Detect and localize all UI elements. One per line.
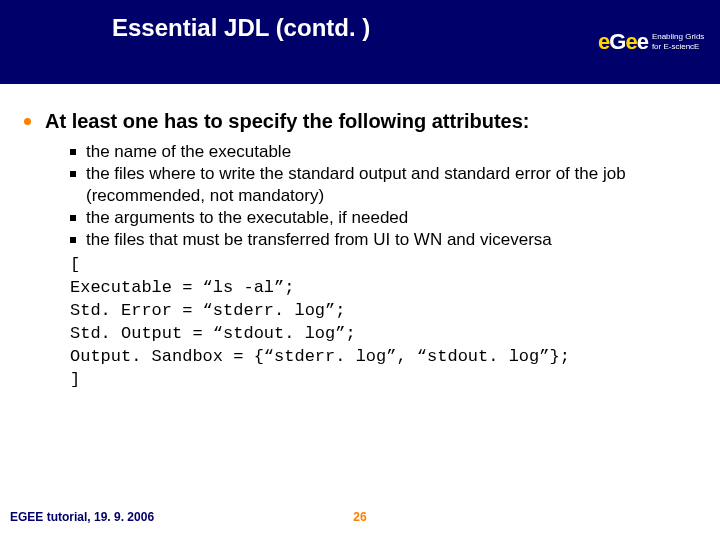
bullet-square-icon bbox=[70, 215, 76, 221]
bullet-square-icon bbox=[70, 171, 76, 177]
egee-logo: eGee Enabling Grids for E-sciencE bbox=[598, 4, 710, 80]
list-item: the name of the executable bbox=[70, 141, 696, 163]
list-item-text: the name of the executable bbox=[86, 141, 696, 163]
code-block: [ Executable = “ls -al”; Std. Error = “s… bbox=[70, 253, 696, 391]
list-item: the arguments to the executable, if need… bbox=[70, 207, 696, 229]
bullet-square-icon bbox=[70, 149, 76, 155]
footer-left-text: EGEE tutorial, 19. 9. 2006 bbox=[10, 510, 154, 524]
slide-footer: EGEE tutorial, 19. 9. 2006 26 bbox=[0, 510, 720, 524]
list-item-text: the arguments to the executable, if need… bbox=[86, 207, 696, 229]
slide-title: Essential JDL (contd. ) bbox=[112, 14, 370, 42]
code-line: [ bbox=[70, 253, 696, 276]
logo-tagline: Enabling Grids for E-sciencE bbox=[652, 32, 704, 52]
bullet-dot-icon bbox=[24, 118, 31, 125]
list-item: the files that must be transferred from … bbox=[70, 229, 696, 251]
main-bullet-text: At least one has to specify the followin… bbox=[45, 110, 530, 133]
slide-header: Essential JDL (contd. ) eGee Enabling Gr… bbox=[0, 0, 720, 84]
code-line: ] bbox=[70, 368, 696, 391]
page-number: 26 bbox=[353, 510, 366, 524]
bullet-square-icon bbox=[70, 237, 76, 243]
code-line: Std. Error = “stderr. log”; bbox=[70, 299, 696, 322]
list-item-text: the files that must be transferred from … bbox=[86, 229, 696, 251]
code-line: Std. Output = “stdout. log”; bbox=[70, 322, 696, 345]
slide-body: At least one has to specify the followin… bbox=[0, 84, 720, 391]
list-item: the files where to write the standard ou… bbox=[70, 163, 696, 207]
sub-bullet-list: the name of the executable the files whe… bbox=[70, 141, 696, 251]
logo-tagline-1: Enabling Grids bbox=[652, 32, 704, 42]
code-line: Executable = “ls -al”; bbox=[70, 276, 696, 299]
main-bullet: At least one has to specify the followin… bbox=[24, 110, 696, 133]
list-item-text: the files where to write the standard ou… bbox=[86, 163, 696, 207]
logo-text: eGee bbox=[598, 29, 648, 55]
logo-tagline-2: for E-sciencE bbox=[652, 42, 704, 52]
code-line: Output. Sandbox = {“stderr. log”, “stdou… bbox=[70, 345, 696, 368]
